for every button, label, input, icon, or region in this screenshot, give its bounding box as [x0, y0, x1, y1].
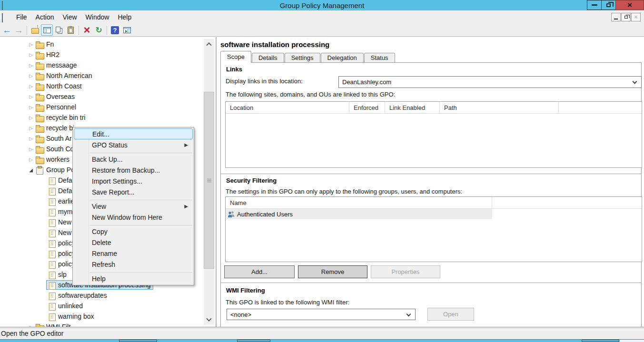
context-menu-item[interactable]: ▶ [90, 150, 192, 154]
show-action-pane-icon[interactable] [121, 24, 133, 36]
tab[interactable]: Scope [220, 51, 251, 63]
column-header[interactable]: Path [440, 102, 559, 113]
taskbar-segment[interactable] [582, 340, 619, 342]
refresh-icon[interactable] [93, 24, 105, 36]
tab[interactable]: Delegation [321, 53, 364, 63]
tree-item[interactable]: WMI Filt [0, 322, 216, 327]
column-header[interactable]: Link Enabled [385, 102, 440, 113]
tree-item[interactable]: softwareupdates [0, 290, 216, 301]
tree-item[interactable]: Personnel [0, 102, 216, 112]
context-menu-item[interactable]: New Window from Here ▶ [74, 212, 193, 223]
security-filtering-intro: The settings in this GPO can only apply … [226, 188, 462, 195]
help-icon[interactable] [109, 24, 121, 36]
context-menu-item[interactable]: Help ▶ [74, 273, 193, 284]
add-button[interactable]: Add... [224, 265, 295, 278]
context-menu-item[interactable]: Edit... ▶ [74, 128, 193, 139]
open-button[interactable]: Open [427, 308, 474, 321]
menu-item[interactable]: View [58, 12, 81, 22]
taskbar-segment[interactable] [237, 340, 270, 342]
back-icon[interactable] [1, 24, 13, 36]
tree-scrollbar[interactable] [204, 39, 214, 325]
expand-arrow-icon[interactable] [28, 157, 34, 162]
mdi-close-button[interactable]: × [631, 13, 641, 21]
column-header[interactable]: Location [226, 102, 349, 113]
taskbar[interactable] [0, 339, 644, 342]
context-menu-item[interactable]: Refresh ▶ [74, 259, 193, 270]
scroll-down-icon[interactable] [204, 315, 214, 325]
table-row[interactable]: Authenticated Users [226, 209, 642, 219]
mdi-restore-button[interactable] [621, 13, 631, 21]
tab[interactable]: Settings [285, 53, 320, 63]
expand-arrow-icon[interactable] [28, 167, 34, 173]
column-header[interactable]: Name [226, 197, 492, 208]
restore-button[interactable] [601, 0, 616, 10]
copy-icon[interactable] [53, 24, 65, 36]
taskbar-segment[interactable] [119, 340, 157, 342]
tree-item[interactable]: HR2 [0, 49, 216, 60]
context-menu-item[interactable]: Delete ▶ [74, 237, 193, 248]
context-menu-item[interactable]: View ▶ [74, 201, 193, 212]
users-icon [228, 211, 235, 217]
context-menu-item[interactable]: ▶ [90, 270, 192, 273]
expand-arrow-icon[interactable] [28, 73, 34, 78]
show-console-tree-icon[interactable] [41, 24, 53, 36]
up-one-level-icon[interactable] [29, 24, 41, 36]
context-menu-item[interactable]: ▶ [90, 223, 192, 226]
tree-item[interactable]: recycle bin tri [0, 112, 216, 123]
context-menu-item[interactable]: GPO Status ▶ [74, 139, 193, 150]
expand-arrow-icon[interactable] [28, 105, 34, 110]
expand-arrow-icon[interactable] [28, 52, 34, 58]
close-button[interactable]: × [615, 0, 644, 10]
menu-item[interactable]: File [12, 12, 31, 22]
expand-arrow-icon[interactable] [28, 84, 34, 89]
section-divider [221, 174, 641, 175]
location-combobox[interactable]: DeanLashley.com [338, 76, 642, 88]
submenu-arrow-icon: ▶ [184, 142, 188, 147]
expand-arrow-icon[interactable] [28, 136, 34, 141]
menu-item[interactable]: Window [81, 12, 114, 22]
tree-item[interactable]: Overseas [0, 91, 216, 102]
expand-arrow-icon[interactable] [28, 94, 34, 99]
tab[interactable]: Status [364, 53, 395, 63]
context-menu-item[interactable]: Back Up... ▶ [74, 154, 193, 165]
tree-item-icon [36, 166, 44, 174]
tree-item-icon [48, 187, 56, 195]
context-menu-item[interactable]: Rename ▶ [74, 248, 193, 259]
expand-arrow-icon[interactable] [28, 63, 34, 68]
context-menu-item[interactable]: Import Settings... ▶ [74, 176, 193, 186]
tree-item[interactable]: North Coast [0, 81, 216, 91]
forward-icon[interactable] [13, 24, 25, 36]
security-filtering-table[interactable]: Name [225, 196, 642, 262]
tree-item[interactable]: Fn [0, 39, 216, 49]
context-menu-item[interactable]: Restore from Backup... ▶ [74, 165, 193, 176]
paste-icon[interactable] [65, 24, 77, 36]
wmi-filter-combobox[interactable]: <none> [227, 309, 416, 320]
links-table[interactable]: LocationEnforcedLink EnabledPath [225, 101, 642, 168]
column-header[interactable]: Enforced [349, 102, 385, 113]
tree-item-icon [48, 208, 56, 215]
tree-item-icon [48, 261, 56, 268]
delete-icon[interactable] [81, 24, 93, 36]
scrollbar-thumb[interactable] [204, 92, 214, 269]
context-menu-item[interactable]: Save Report... ▶ [74, 186, 193, 197]
tab[interactable]: Details [252, 53, 284, 63]
tree-item[interactable]: messaage [0, 60, 216, 70]
tree-item[interactable]: warning box [0, 311, 216, 322]
expand-arrow-icon[interactable] [28, 147, 34, 152]
context-menu-item[interactable]: Copy ▶ [74, 226, 193, 237]
context-menu-item[interactable]: ▶ [90, 197, 192, 201]
expand-arrow-icon[interactable] [28, 115, 34, 120]
mdi-minimize-button[interactable] [611, 13, 621, 21]
menu-item[interactable]: Help [113, 12, 136, 22]
menu-item[interactable]: Action [31, 12, 59, 22]
expand-arrow-icon[interactable] [28, 126, 34, 131]
taskbar-segment[interactable] [619, 340, 644, 342]
tree-item[interactable]: unlinked [0, 301, 216, 311]
tree-item[interactable]: North American [0, 70, 216, 81]
minimize-button[interactable] [587, 0, 602, 10]
properties-button[interactable]: Properties [371, 265, 440, 278]
expand-arrow-icon[interactable] [28, 42, 34, 47]
scroll-up-icon[interactable] [204, 39, 214, 49]
remove-button[interactable]: Remove [298, 265, 367, 278]
expand-arrow-icon[interactable] [28, 324, 34, 327]
